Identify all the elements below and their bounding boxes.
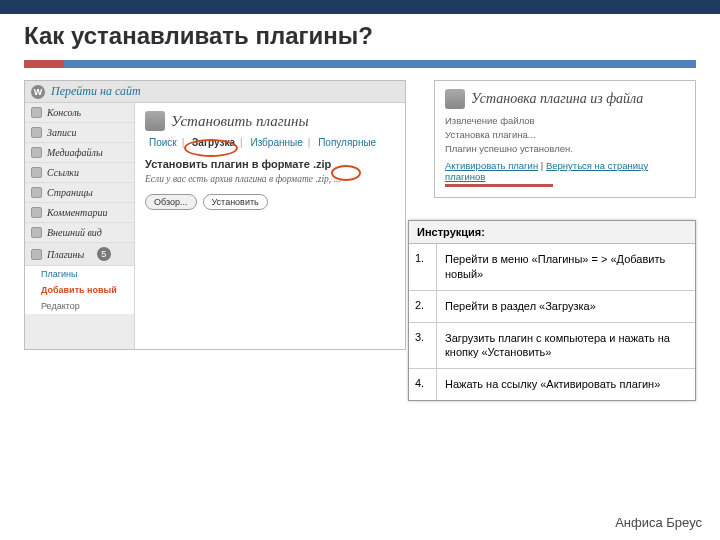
sidebar-item-label: Плагины <box>47 249 84 260</box>
pin-icon <box>31 127 42 138</box>
instruction-heading: Инструкция: <box>409 221 695 244</box>
plugin-icon <box>31 249 42 260</box>
wp-logo-icon: W <box>31 85 45 99</box>
sidebar-item-label: Страницы <box>47 187 93 198</box>
wp-sidebar: Консоль Записи Медиафайлы Ссылки Страниц… <box>25 103 135 349</box>
annotation-underline-activate <box>445 184 553 187</box>
comment-icon <box>31 207 42 218</box>
plugins-sub-add-new[interactable]: Добавить новый <box>25 282 134 298</box>
install-heading: Установить плагины <box>171 113 309 130</box>
page-icon <box>31 187 42 198</box>
install-buttons: Обзор... Установить <box>145 194 395 210</box>
instruction-number: 1. <box>409 244 437 290</box>
home-icon <box>31 107 42 118</box>
instruction-text: Перейти в раздел «Загрузка» <box>437 291 695 322</box>
slide-title: Как устанавливать плагины? <box>24 22 696 50</box>
annotation-circle-upload-tab <box>184 139 238 157</box>
install-heading-row: Установить плагины <box>145 111 395 131</box>
appearance-icon <box>31 227 42 238</box>
instruction-number: 4. <box>409 369 437 400</box>
activate-line3: Плагин успешно установлен. <box>445 143 685 154</box>
media-icon <box>31 147 42 158</box>
activate-links: Активировать плагин | Вернуться на стран… <box>445 160 685 182</box>
wp-topbar: W Перейти на сайт <box>25 81 405 103</box>
accent-red <box>24 60 64 68</box>
sidebar-item-label: Комментарии <box>47 207 107 218</box>
plugins-update-badge: 5 <box>97 247 111 261</box>
tab-search[interactable]: Поиск <box>145 137 181 148</box>
instruction-number: 2. <box>409 291 437 322</box>
sidebar-item-comments[interactable]: Комментарии <box>25 203 134 223</box>
instruction-row: 4. Нажать на ссылку «Активировать плагин… <box>409 369 695 400</box>
instruction-row: 1. Перейти в меню «Плагины» = > «Добавит… <box>409 244 695 291</box>
plug-icon <box>445 89 465 109</box>
activate-plugin-link[interactable]: Активировать плагин <box>445 160 538 171</box>
instruction-number: 3. <box>409 323 437 369</box>
plug-icon <box>145 111 165 131</box>
sidebar-item-appearance[interactable]: Внешний вид <box>25 223 134 243</box>
plugins-sub-plugins[interactable]: Плагины <box>25 266 134 282</box>
install-tabs: Поиск| Загрузка| Избранные| Популярные <box>145 137 395 148</box>
sidebar-item-label: Внешний вид <box>47 227 102 238</box>
sidebar-item-label: Ссылки <box>47 167 79 178</box>
instruction-row: 3. Загрузить плагин с компьютера и нажат… <box>409 323 695 370</box>
sidebar-item-plugins[interactable]: Плагины 5 <box>25 243 134 266</box>
wp-main-install: Установить плагины Поиск| Загрузка| Избр… <box>135 103 405 349</box>
footer-author: Анфиса Бреус <box>615 515 702 530</box>
sidebar-item-label: Медиафайлы <box>47 147 103 158</box>
activate-heading-row: Установка плагина из файла <box>445 89 685 109</box>
stage: W Перейти на сайт Консоль Записи Медиафа… <box>24 80 696 480</box>
tab-popular[interactable]: Популярные <box>314 137 380 148</box>
activate-line1: Извлечение файлов <box>445 115 685 126</box>
sidebar-item-pages[interactable]: Страницы <box>25 183 134 203</box>
instruction-row: 2. Перейти в раздел «Загрузка» <box>409 291 695 323</box>
wp-site-link[interactable]: Перейти на сайт <box>51 84 141 99</box>
activate-heading: Установка плагина из файла <box>471 91 643 107</box>
install-button[interactable]: Установить <box>203 194 268 210</box>
activate-line2: Установка плагина... <box>445 129 685 140</box>
instruction-text: Перейти в меню «Плагины» = > «Добавить н… <box>437 244 695 290</box>
sidebar-item-posts[interactable]: Записи <box>25 123 134 143</box>
instruction-box: Инструкция: 1. Перейти в меню «Плагины» … <box>408 220 696 401</box>
slide-topbar <box>0 0 720 14</box>
sidebar-item-label: Записи <box>47 127 76 138</box>
accent-bar <box>24 60 696 68</box>
instruction-text: Загрузить плагин с компьютера и нажать н… <box>437 323 695 369</box>
sidebar-item-console[interactable]: Консоль <box>25 103 134 123</box>
link-icon <box>31 167 42 178</box>
tab-featured[interactable]: Избранные <box>246 137 306 148</box>
sidebar-item-label: Консоль <box>47 107 81 118</box>
plugins-sub-editor[interactable]: Редактор <box>25 298 134 314</box>
wp-activate-panel: Установка плагина из файла Извлечение фа… <box>434 80 696 198</box>
browse-button[interactable]: Обзор... <box>145 194 197 210</box>
sidebar-item-links[interactable]: Ссылки <box>25 163 134 183</box>
instruction-text: Нажать на ссылку «Активировать плагин» <box>437 369 695 400</box>
wp-install-panel: W Перейти на сайт Консоль Записи Медиафа… <box>24 80 406 350</box>
title-wrap: Как устанавливать плагины? <box>0 14 720 60</box>
accent-blue <box>64 60 696 68</box>
annotation-circle-zip <box>331 165 361 181</box>
link-separator: | <box>538 160 546 171</box>
panel1-body: Консоль Записи Медиафайлы Ссылки Страниц… <box>25 103 405 349</box>
sidebar-item-media[interactable]: Медиафайлы <box>25 143 134 163</box>
